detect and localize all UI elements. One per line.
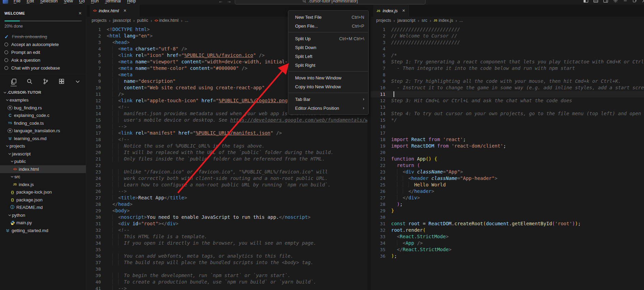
js-file-icon: JS — [377, 9, 380, 13]
indent-guides — [112, 188, 118, 194]
close-icon[interactable] — [642, 0, 644, 4]
line-number: 16 — [86, 123, 107, 130]
welcome-item[interactable]: Accept an autocomplete — [4, 41, 82, 48]
breadcrumb-item[interactable]: javascript — [397, 18, 415, 23]
menu-item-move-into-new-window[interactable]: Move into New Window — [288, 73, 368, 82]
tab-close-icon[interactable]: ✕ — [402, 9, 405, 13]
tree-item-package-lock-json[interactable]: {}package-lock.json — [0, 188, 86, 196]
source-control-icon[interactable] — [42, 78, 49, 85]
search-icon[interactable] — [26, 78, 33, 85]
tab-index-js[interactable]: JS index.js ✕ — [373, 5, 409, 17]
menu-separator — [289, 32, 368, 32]
toggle-panel-icon[interactable] — [593, 0, 598, 4]
tree-item-python[interactable]: python — [0, 211, 86, 219]
welcome-item[interactable]: Ask a question — [4, 56, 82, 64]
welcome-item[interactable]: ✓Finish onboarding — [4, 33, 82, 41]
tree-item-explaining-code-c[interactable]: Cexplaining_code.c — [0, 112, 86, 120]
line-text: Step 2: Try highlighting all the code wi… — [391, 78, 644, 85]
line-text: --> — [107, 123, 367, 130]
tree-item-package-json[interactable]: {}package.json — [0, 196, 86, 204]
menu-item-split-up[interactable]: Split UpCtrl+M Ctrl+\ — [288, 34, 368, 43]
breadcrumb-item[interactable]: javascript — [113, 18, 131, 23]
forward-icon[interactable]: → — [227, 0, 231, 4]
tree-item-public[interactable]: public — [0, 158, 86, 166]
code-line: 22 return ( — [371, 162, 644, 169]
line-number: 20 — [371, 149, 391, 156]
tree-item-main-py[interactable]: main.py — [0, 219, 86, 227]
breadcrumb-item[interactable]: projects — [376, 18, 391, 23]
menu-view[interactable]: View — [61, 0, 76, 4]
menu-run[interactable]: Run — [88, 0, 102, 4]
menu-item-tab-bar[interactable]: Tab Bar› — [288, 95, 368, 104]
breadcrumb-item[interactable]: ... — [185, 18, 188, 23]
line-number: 21 — [371, 156, 391, 162]
breadcrumb-item[interactable]: projects — [92, 18, 107, 23]
chevron-down-icon[interactable] — [74, 78, 81, 85]
menu-item-split-left[interactable]: Split Left — [288, 52, 368, 61]
titlebar: FileEditSelectionViewGoRunTerminalHelp ←… — [0, 0, 644, 5]
copy-pages-icon[interactable] — [10, 78, 17, 85]
line-text: Notice the use of %PUBLIC_URL% in the ta… — [107, 143, 367, 149]
menu-selection[interactable]: Selection — [37, 0, 60, 4]
tree-item-index-html[interactable]: <>index.html — [0, 165, 86, 173]
line-number: 30 — [371, 214, 391, 220]
extensions-icon[interactable] — [58, 78, 65, 85]
breadcrumb-item[interactable]: JSindex.js — [433, 18, 453, 23]
minimize-icon[interactable] — [623, 0, 628, 4]
tree-item-index-js[interactable]: JSindex.js — [0, 181, 86, 188]
menu-file[interactable]: File — [11, 0, 23, 4]
line-text: } — [391, 208, 644, 214]
breadcrumb-item[interactable]: ... — [459, 18, 463, 23]
tree-item-bug-finding-rs[interactable]: Rbug_finding.rs — [0, 104, 86, 112]
tree-item-finding-code-ts[interactable]: TSfinding_code.ts — [0, 119, 86, 127]
back-icon[interactable]: ← — [218, 0, 223, 4]
line-text: <div className="App"> — [391, 169, 644, 175]
menu-item-open-file-[interactable]: Open File...Ctrl+P — [288, 21, 368, 30]
submenu-arrow-icon: › — [363, 106, 364, 110]
restore-icon[interactable] — [632, 0, 637, 4]
menu-help[interactable]: Help — [124, 0, 139, 4]
code-line: 23 <div className="App"> — [371, 169, 644, 175]
line-text: <div id="root"></div> — [107, 220, 367, 227]
tree-item-language-translation-rs[interactable]: Rlanguage_translation.rs — [0, 127, 86, 135]
menu-edit[interactable]: Edit — [24, 0, 37, 4]
customize-layout-icon[interactable] — [613, 0, 618, 4]
line-text: To begin the development, run `npm start… — [107, 272, 367, 279]
line-number: 12 — [371, 97, 391, 104]
menu-go[interactable]: Go — [76, 0, 88, 4]
code-editor-index-js[interactable]: 1////////////////////////2// Welcome to … — [371, 24, 644, 290]
tab-index-html[interactable]: <> index.html ✕ — [90, 5, 139, 17]
tree-item-projects[interactable]: projects — [0, 142, 86, 150]
menu-terminal[interactable]: Terminal — [102, 0, 124, 4]
tree-item-javascript[interactable]: javascript — [0, 150, 86, 158]
tree-item-src[interactable]: src — [0, 173, 86, 181]
menu-item-editor-actions-position[interactable]: Editor Actions Position› — [288, 104, 368, 112]
line-text: This HTML file is a template. — [107, 233, 367, 240]
line-text — [391, 104, 644, 110]
menu-item-copy-into-new-window[interactable]: Copy into New Window — [288, 82, 368, 91]
breadcrumb-item[interactable]: <>index.html — [154, 18, 179, 23]
toggle-secondary-sidebar-icon[interactable] — [603, 0, 608, 4]
tab-close-icon[interactable]: ✕ — [123, 9, 126, 13]
toggle-sidebar-icon[interactable] — [583, 0, 588, 4]
welcome-item[interactable]: Prompt an edit — [4, 48, 82, 56]
welcome-item[interactable]: Chat with your codebase — [4, 64, 82, 72]
line-number: 27 — [371, 195, 391, 201]
menu-item-split-right[interactable]: Split Right — [288, 61, 368, 70]
tree-item--cursor-tutor[interactable]: .CURSOR-TUTOR — [0, 89, 86, 96]
breadcrumb-item[interactable]: src — [421, 18, 427, 23]
line-number: 22 — [371, 162, 391, 169]
indent-guides — [112, 221, 118, 226]
menu-item-new-text-file[interactable]: New Text FileCtrl+N — [288, 13, 368, 21]
app-logo-icon[interactable] — [3, 0, 8, 4]
code-line: 14Step 4: To try out cursor on your own … — [371, 110, 644, 117]
breadcrumb-item[interactable]: public — [137, 18, 148, 23]
tree-item-readme-md[interactable]: ⓘREADME.md — [0, 204, 86, 212]
command-center[interactable]: .cursor-tutor [Administrator] — [235, 0, 426, 4]
welcome-close-icon[interactable]: ✕ — [78, 11, 82, 16]
tree-item-getting-started-md[interactable]: getting_started.md — [0, 227, 86, 234]
menu-item-split-down[interactable]: Split Down — [288, 43, 368, 52]
line-text: You can add webfonts, meta tags, or anal… — [107, 253, 367, 259]
tree-item-examples[interactable]: examples — [0, 96, 86, 104]
tree-item-learning-oss-md[interactable]: learning_oss.md — [0, 135, 86, 142]
